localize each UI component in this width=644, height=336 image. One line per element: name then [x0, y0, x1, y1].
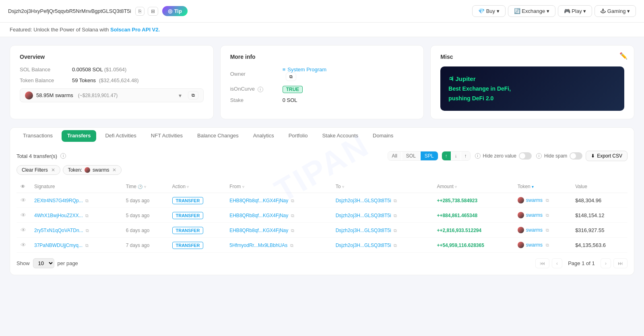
qr-code-button[interactable]: ⊞ [148, 7, 158, 16]
th-signature: Signature [30, 180, 122, 193]
row-eye-icon[interactable]: 👁 [21, 212, 26, 218]
hide-zero-toggle[interactable] [519, 152, 532, 160]
row-eye-icon[interactable]: 👁 [21, 242, 26, 248]
prev-page-button[interactable]: ‹ [552, 258, 562, 268]
transfers-table: 👁 Signature Time 🕐 ▿ Action ▿ [17, 180, 627, 253]
sol-balance-value: 0.00508 SOL ($1.0564) [72, 66, 126, 73]
copy-to-icon[interactable]: ⧉ [394, 228, 397, 233]
token-filter-tag[interactable]: Token: swarms ✕ [63, 165, 122, 175]
type-sol-button[interactable]: SOL [402, 151, 420, 160]
gaming-button[interactable]: 🕹 Gaming ▾ [594, 5, 636, 17]
copy-address-button[interactable]: ⎘ [135, 7, 144, 16]
play-button[interactable]: 🎮 Play ▾ [558, 5, 592, 17]
signature-link[interactable]: 2ry5TxN1qQoVATDn... [34, 228, 83, 233]
row-eye-icon[interactable]: 👁 [21, 227, 26, 233]
tab-transfers[interactable]: Transfers [62, 130, 97, 142]
token-link[interactable]: swarms [526, 212, 543, 218]
export-csv-button[interactable]: ⬇ Export CSV [586, 151, 627, 161]
tab-defi-activities[interactable]: Defi Activities [99, 128, 142, 144]
hide-spam-toggle[interactable] [570, 152, 582, 160]
edit-icon[interactable]: ✏️ [619, 52, 627, 60]
table-row: 👁 2ry5TxN1qQoVATDn... ⧉ 6 days ago TRANS… [17, 223, 627, 238]
from-address-link[interactable]: EHB8QRb8qf...KGX4FjNay [229, 228, 288, 233]
th-token: Token ▾ [514, 180, 571, 193]
banner-link[interactable]: Solscan Pro API V2. [110, 27, 160, 33]
clear-filters-button[interactable]: Clear Filters ✕ [17, 165, 60, 175]
tab-domains[interactable]: Domains [366, 128, 400, 144]
exchange-button[interactable]: 🔄 Exchange ▾ [508, 5, 555, 17]
copy-sig-icon[interactable]: ⧉ [85, 243, 89, 248]
tab-balance-changes[interactable]: Balance Changes [191, 128, 245, 144]
amount-cell: ++2,816,933.512294 [437, 228, 481, 233]
copy-owner-button[interactable]: ⧉ [286, 73, 296, 81]
copy-to-icon[interactable]: ⧉ [394, 198, 397, 203]
token-icon [518, 197, 524, 203]
from-address-link[interactable]: EHB8QRb8qf...KGX4FjNay [229, 213, 288, 218]
misc-card: Misc ✏️ ♃ Jupiter Best Exchange in DeFi,… [430, 45, 634, 119]
cards-row: Overview SOL Balance 0.00508 SOL ($1.056… [10, 45, 634, 119]
buy-button[interactable]: 💎 Buy ▾ [472, 5, 506, 17]
to-address-link[interactable]: Dsjzh2oj3H...GLSQ3t8T5i [336, 243, 391, 248]
hide-zero-info-icon: i [475, 153, 481, 159]
th-amount-filter-icon: ▿ [455, 185, 457, 189]
tab-nft-activities[interactable]: NFT Activities [144, 128, 189, 144]
owner-link[interactable]: ≡ System Program [283, 66, 326, 73]
copy-token-icon[interactable]: ⧉ [546, 243, 549, 248]
copy-token-icon[interactable]: ⧉ [546, 228, 549, 233]
copy-sig-icon[interactable]: ⧉ [86, 228, 89, 233]
token-selector[interactable]: 58.95M swarms (~$28,819,901.47) ▾ ⧉ [20, 88, 204, 102]
stake-row: Stake 0 SOL [230, 97, 414, 103]
token-cell: swarms ⧉ [518, 197, 567, 203]
copy-to-icon[interactable]: ⧉ [394, 213, 397, 218]
copy-token-icon[interactable]: ⧉ [546, 213, 549, 218]
per-page-select[interactable]: 10 20 50 [33, 258, 54, 268]
dir-down-button[interactable]: ↓ [452, 151, 460, 160]
dir-both-button[interactable]: ↑ [461, 151, 470, 160]
copy-sig-icon[interactable]: ⧉ [85, 213, 89, 218]
th-to: To ▿ [332, 180, 433, 193]
first-page-button[interactable]: ⏮ [535, 258, 549, 268]
next-page-button[interactable]: › [601, 258, 611, 268]
token-icon [518, 242, 524, 248]
copy-token-icon[interactable]: ⧉ [546, 198, 549, 203]
tab-transactions[interactable]: Transactions [17, 128, 59, 144]
ad-text-line2: pushing DeFi 2.0 [448, 95, 493, 102]
copy-from-icon[interactable]: ⧉ [291, 213, 294, 218]
dir-up-button[interactable]: ↑ [442, 151, 451, 160]
token-link[interactable]: swarms [526, 197, 543, 203]
ad-text-line1: Best Exchange in DeFi, [448, 85, 511, 92]
tab-stake-accounts[interactable]: Stake Accounts [316, 128, 365, 144]
th-action-filter-icon: ▿ [187, 185, 189, 189]
th-value: Value [571, 180, 627, 193]
amount-cell: ++54,959,116.628365 [437, 243, 484, 248]
copy-from-icon[interactable]: ⧉ [291, 228, 294, 233]
token-link[interactable]: swarms [526, 227, 543, 233]
download-icon: ⬇ [591, 153, 595, 159]
type-spl-button[interactable]: SPL [421, 151, 438, 160]
to-address-link[interactable]: Dsjzh2oj3H...GLSQ3t8T5i [336, 213, 391, 218]
to-address-link[interactable]: Dsjzh2oj3H...GLSQ3t8T5i [336, 198, 391, 203]
from-address-link[interactable]: 5HfrnyodRr...Mx9LBbhUAs [229, 243, 287, 248]
copy-sig-icon[interactable]: ⧉ [85, 198, 89, 203]
eye-header-icon: 👁 [21, 184, 25, 189]
copy-token-button[interactable]: ⧉ [188, 91, 198, 100]
signature-link[interactable]: 4WhX1BwjHouZ2XX... [34, 213, 83, 218]
tab-analytics[interactable]: Analytics [247, 128, 281, 144]
to-address-link[interactable]: Dsjzh2oj3H...GLSQ3t8T5i [336, 228, 391, 233]
amount-cell: ++285,738.584923 [437, 198, 477, 203]
copy-to-icon[interactable]: ⧉ [394, 243, 397, 248]
tab-portfolio[interactable]: Portfolio [282, 128, 314, 144]
signature-link[interactable]: 37PaNBWDUjjCmyq... [34, 243, 83, 248]
copy-from-icon[interactable]: ⧉ [290, 243, 293, 248]
row-eye-icon[interactable]: 👁 [21, 197, 26, 203]
stake-label: Stake [230, 97, 283, 103]
type-buttons: All SOL SPL [388, 151, 438, 161]
token-link[interactable]: swarms [526, 242, 543, 248]
th-token-filter-icon: ▾ [532, 185, 534, 189]
tip-button[interactable]: ◎ Tip [162, 6, 188, 16]
signature-link[interactable]: 2EXtr4NS7G4t9RQp... [34, 198, 83, 203]
from-address-link[interactable]: EHB8QRb8qf...KGX4FjNay [229, 198, 288, 203]
type-all-button[interactable]: All [388, 151, 401, 160]
copy-from-icon[interactable]: ⧉ [291, 198, 294, 203]
last-page-button[interactable]: ⏭ [613, 258, 627, 268]
